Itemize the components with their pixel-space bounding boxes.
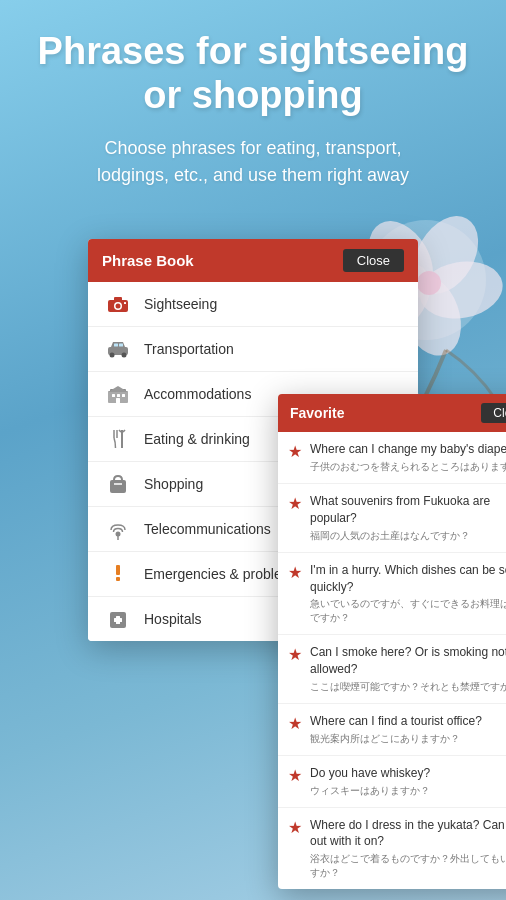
fav-text-4: Where can I find a tourist office? 観光案内所…: [310, 713, 506, 746]
svg-point-34: [116, 532, 121, 537]
favorite-list: ★ Where can I change my baby's diaper? 子…: [278, 432, 506, 889]
star-icon-5: ★: [288, 766, 302, 785]
star-icon-6: ★: [288, 818, 302, 837]
fav-text-0: Where can I change my baby's diaper? 子供の…: [310, 441, 506, 474]
star-icon-3: ★: [288, 645, 302, 664]
menu-label-emergencies: Emergencies & problems: [144, 566, 300, 582]
fav-text-jp-3: ここは喫煙可能ですか？それとも禁煙ですか？: [310, 680, 506, 694]
exclaim-icon: [104, 563, 132, 585]
phrase-book-card: Phrase Book Close Sightseeing: [88, 239, 418, 641]
favorite-item-1[interactable]: ★ What souvenirs from Fukuoka are popula…: [278, 484, 506, 553]
svg-rect-32: [110, 480, 126, 493]
favorite-item-0[interactable]: ★ Where can I change my baby's diaper? 子…: [278, 432, 506, 484]
menu-item-sightseeing[interactable]: Sightseeing: [88, 282, 418, 327]
fav-text-en-3: Can I smoke here? Or is smoking not allo…: [310, 644, 506, 678]
favorite-item-2[interactable]: ★ I'm in a hurry. Which dishes can be se…: [278, 553, 506, 636]
svg-rect-25: [112, 394, 115, 397]
phrase-book-header: Phrase Book Close: [88, 239, 418, 282]
svg-rect-37: [116, 577, 120, 581]
menu-label-telecom: Telecommunications: [144, 521, 271, 537]
fav-text-6: Where do I dress in the yukata? Can I go…: [310, 817, 506, 881]
fav-text-jp-6: 浴衣はどこで着るものですか？外出してもいいですか？: [310, 852, 506, 880]
menu-label-sightseeing: Sightseeing: [144, 296, 217, 312]
svg-point-6: [417, 271, 441, 295]
fav-text-en-1: What souvenirs from Fukuoka are popular?: [310, 493, 506, 527]
fav-text-en-0: Where can I change my baby's diaper?: [310, 441, 506, 458]
menu-label-transportation: Transportation: [144, 341, 234, 357]
svg-rect-17: [124, 302, 126, 304]
star-icon-4: ★: [288, 714, 302, 733]
favorite-item-4[interactable]: ★ Where can I find a tourist office? 観光案…: [278, 704, 506, 756]
svg-rect-16: [114, 297, 122, 301]
fork-icon: [104, 428, 132, 450]
fav-text-2: I'm in a hurry. Which dishes can be serv…: [310, 562, 506, 626]
favorite-item-5[interactable]: ★ Do you have whiskey? ウィスキーはありますか？: [278, 756, 506, 808]
fav-text-1: What souvenirs from Fukuoka are popular?…: [310, 493, 506, 543]
fav-text-en-2: I'm in a hurry. Which dishes can be serv…: [310, 562, 506, 596]
radio-icon: [104, 518, 132, 540]
phrase-book-title: Phrase Book: [102, 252, 194, 269]
svg-rect-22: [119, 344, 123, 347]
camera-icon: [104, 293, 132, 315]
favorite-panel: Favorite Close ★ Where can I change my b…: [278, 394, 506, 889]
fav-text-5: Do you have whiskey? ウィスキーはありますか？: [310, 765, 506, 798]
fav-text-jp-2: 急いでいるのですが、すぐにできるお料理はどれですか？: [310, 597, 506, 625]
menu-label-hospitals: Hospitals: [144, 611, 202, 627]
svg-point-15: [116, 304, 121, 309]
hospital-icon: [104, 608, 132, 630]
fav-text-en-5: Do you have whiskey?: [310, 765, 506, 782]
menu-label-shopping: Shopping: [144, 476, 203, 492]
menu-label-eating: Eating & drinking: [144, 431, 250, 447]
hero-title: Phrases for sightseeingor shopping: [20, 30, 486, 117]
favorite-title: Favorite: [290, 405, 344, 421]
favorite-item-3[interactable]: ★ Can I smoke here? Or is smoking not al…: [278, 635, 506, 704]
hero-section: Phrases for sightseeingor shopping Choos…: [0, 0, 506, 209]
bag-icon: [104, 473, 132, 495]
svg-point-20: [122, 353, 127, 358]
svg-rect-26: [117, 394, 120, 397]
fav-text-jp-0: 子供のおむつを替えられるところはありますか？: [310, 460, 506, 474]
menu-item-transportation[interactable]: Transportation: [88, 327, 418, 372]
menu-label-accommodations: Accommodations: [144, 386, 251, 402]
phrase-book-close-button[interactable]: Close: [343, 249, 404, 272]
svg-rect-21: [114, 344, 118, 347]
svg-rect-36: [116, 565, 120, 575]
svg-rect-28: [116, 398, 120, 403]
favorite-header: Favorite Close: [278, 394, 506, 432]
svg-point-19: [110, 353, 115, 358]
fav-text-en-4: Where can I find a tourist office?: [310, 713, 506, 730]
svg-rect-40: [114, 618, 122, 622]
star-icon-0: ★: [288, 442, 302, 461]
favorite-item-6[interactable]: ★ Where do I dress in the yukata? Can I …: [278, 808, 506, 890]
star-icon-1: ★: [288, 494, 302, 513]
fav-text-jp-5: ウィスキーはありますか？: [310, 784, 506, 798]
fav-text-jp-4: 観光案内所はどこにありますか？: [310, 732, 506, 746]
car-icon: [104, 338, 132, 360]
building-icon: [104, 383, 132, 405]
favorite-close-button[interactable]: Close: [481, 403, 506, 423]
fav-text-jp-1: 福岡の人気のお土産はなんですか？: [310, 529, 506, 543]
star-icon-2: ★: [288, 563, 302, 582]
fav-text-en-6: Where do I dress in the yukata? Can I go…: [310, 817, 506, 851]
svg-rect-27: [122, 394, 125, 397]
hero-subtitle: Choose phrases for eating, transport,lod…: [20, 135, 486, 189]
fav-text-3: Can I smoke here? Or is smoking not allo…: [310, 644, 506, 694]
